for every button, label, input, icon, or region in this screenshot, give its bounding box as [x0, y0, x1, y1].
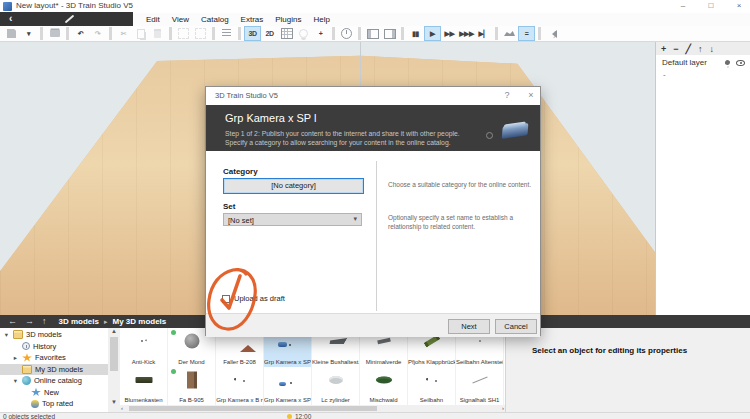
breadcrumb-root[interactable]: 3D models [59, 317, 99, 326]
layer-row[interactable]: Default layer [656, 56, 750, 70]
tree-item-icon [13, 330, 23, 339]
grid-horizontal-scrollbar[interactable]: ‹ › [120, 405, 505, 412]
next-button[interactable]: Next [448, 319, 490, 334]
scroll-down-icon[interactable]: ▼ [108, 399, 120, 405]
tree-my-3d-models[interactable]: My 3D models [0, 364, 108, 376]
dialog-help-button[interactable]: ? [498, 90, 516, 100]
layer-up-icon[interactable]: ↑ [698, 44, 703, 54]
toolbar-separator [238, 27, 241, 40]
paste-icon[interactable] [149, 26, 166, 41]
nav-up-icon[interactable]: ↑ [42, 315, 47, 328]
menu-plugins[interactable]: Plugins [269, 13, 307, 26]
upload-as-draft-checkbox[interactable] [222, 295, 230, 303]
catalog-item[interactable]: Seilbahn [408, 367, 456, 406]
set-dropdown[interactable]: [No set] ▾ [223, 213, 362, 226]
grid-scroll-thumb[interactable] [129, 406, 377, 411]
grid-icon[interactable] [278, 26, 295, 41]
catalog-item[interactable]: Fa B-905 [168, 367, 216, 406]
cut-icon[interactable]: ✂ [115, 26, 132, 41]
scroll-right-icon[interactable]: › [502, 405, 504, 412]
tree-favorites[interactable]: ▸ Favorites [0, 352, 108, 364]
catalog-item[interactable]: Signalhalt SH1 [456, 367, 504, 406]
undo-icon[interactable]: ↶ [72, 26, 89, 41]
panel-left-icon[interactable] [364, 26, 381, 41]
skip-end-icon[interactable]: ▶▏ [475, 26, 492, 41]
catalog-item[interactable]: Mischwald [360, 367, 408, 406]
scroll-up-icon[interactable]: ▲ [108, 328, 120, 334]
menu-extras[interactable]: Extras [235, 13, 270, 26]
nav-back-icon[interactable]: ← [8, 315, 17, 328]
toolbar-separator [66, 27, 69, 40]
tree-item-label: 3D models [26, 330, 62, 339]
breadcrumb-current[interactable]: My 3D models [112, 317, 166, 326]
print-icon[interactable] [46, 26, 63, 41]
cancel-button[interactable]: Cancel [495, 319, 537, 334]
category-picker-button[interactable]: [No category] [223, 178, 364, 194]
chevron-left-icon[interactable]: ‹ [9, 13, 12, 25]
save-more-icon[interactable]: ▾ [20, 26, 37, 41]
terrain-icon[interactable] [501, 26, 518, 41]
scroll-left-icon[interactable]: ‹ [121, 405, 123, 412]
tree-scroll-thumb[interactable] [110, 337, 118, 371]
item-thumbnail [377, 338, 391, 345]
light-icon[interactable] [295, 26, 312, 41]
tree-item-icon [22, 342, 30, 350]
tree-new[interactable]: New [0, 387, 108, 399]
tree-expander-icon[interactable]: ▾ [3, 331, 10, 339]
object-list-icon[interactable] [218, 26, 235, 41]
menu-help[interactable]: Help [308, 13, 336, 26]
view-3d-icon[interactable]: 3D [244, 26, 261, 41]
view-2d-icon[interactable]: 2D [261, 26, 278, 41]
catalog-item[interactable]: Blumenkasten [120, 367, 168, 406]
save-icon[interactable] [3, 26, 20, 41]
catalog-item[interactable]: Anti-Kick [120, 328, 168, 367]
item-thumbnail [479, 340, 481, 342]
select-free-icon[interactable] [175, 26, 192, 41]
layer-name: Default layer [662, 58, 707, 67]
edit-pencil-icon[interactable] [65, 15, 75, 24]
item-label: Seilbahn Altenstein [456, 359, 503, 365]
maximize-button[interactable]: □ [700, 0, 722, 12]
volume-icon[interactable] [544, 26, 561, 41]
panel-right-icon[interactable] [381, 26, 398, 41]
visibility-eye-icon[interactable] [736, 60, 745, 66]
layer-add-icon[interactable]: + [661, 44, 666, 54]
tree-3d-models[interactable]: ▾ 3D models [0, 329, 108, 341]
tree-expander-icon[interactable]: ▸ [12, 354, 19, 362]
dialog-divider [376, 161, 377, 311]
minimize-button[interactable]: – [672, 0, 694, 12]
pause-icon[interactable]: ▮▮ [407, 26, 424, 41]
layer-edit-icon[interactable]: ╱ [686, 44, 691, 54]
dialog-titlebar[interactable]: 3D Train Studio V5 ? × [206, 87, 540, 105]
time-of-day: 12:00 [295, 413, 311, 419]
layer-down-icon[interactable]: ↓ [709, 44, 714, 54]
catalog-item[interactable]: Grp Kamera x SP r [264, 367, 312, 406]
catalog-item[interactable]: Grp Kamera x B r [216, 367, 264, 406]
daytime-icon[interactable] [338, 26, 355, 41]
menu-catalog[interactable]: Catalog [195, 13, 235, 26]
nav-forward-icon[interactable]: → [25, 315, 34, 328]
item-label: Grp Kamera x B r [216, 397, 263, 403]
align-icon[interactable]: = [518, 26, 535, 41]
tree-top-rated[interactable]: Top rated [0, 398, 108, 410]
copy-icon[interactable] [132, 26, 149, 41]
redo-icon[interactable]: ↷ [89, 26, 106, 41]
select-rect-icon[interactable] [192, 26, 209, 41]
tree-history[interactable]: History [0, 341, 108, 353]
tree-expander-icon[interactable]: ▾ [12, 377, 19, 385]
layer-remove-icon[interactable]: − [673, 44, 678, 54]
menu-view[interactable]: View [166, 13, 195, 26]
item-label: Seilbahn [408, 397, 455, 403]
item-label: Faller B-208 [216, 359, 263, 365]
forward-icon[interactable]: ▶▶ [441, 26, 458, 41]
pin-icon[interactable] [724, 59, 730, 65]
close-button[interactable]: × [728, 0, 750, 12]
play-icon[interactable]: ▶ [424, 26, 441, 41]
catalog-item[interactable]: Lc zylinder [312, 367, 360, 406]
menu-edit[interactable]: Edit [140, 13, 166, 26]
tree-scrollbar[interactable]: ▲ ▼ [108, 328, 120, 412]
tree-online-catalog[interactable]: ▾ Online catalog [0, 375, 108, 387]
add-object-icon[interactable]: + [312, 26, 329, 41]
fast-forward-icon[interactable]: ▶▶▶ [458, 26, 475, 41]
dialog-close-button[interactable]: × [522, 90, 540, 100]
